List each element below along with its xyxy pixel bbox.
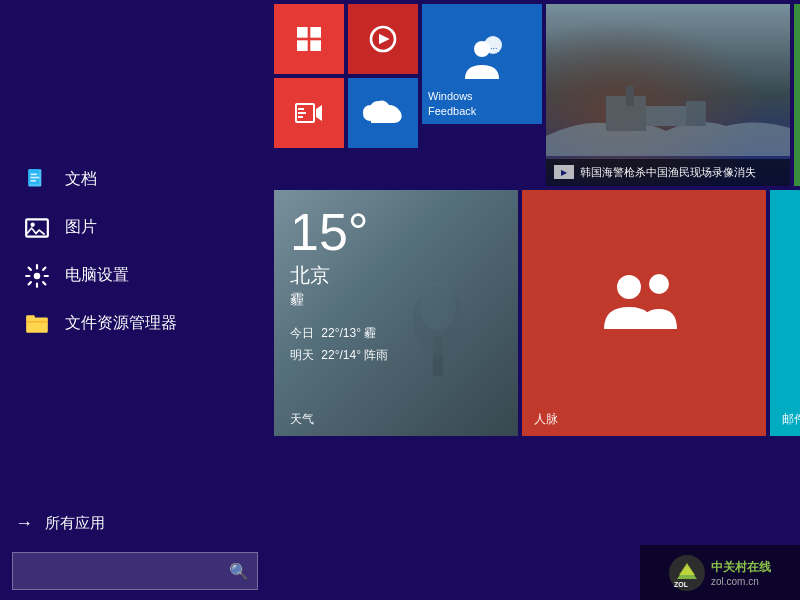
tile-people[interactable]: 人脉 — [522, 190, 766, 436]
weather-city: 北京 — [290, 262, 502, 289]
tile-start[interactable] — [274, 4, 344, 74]
svg-rect-10 — [297, 27, 308, 38]
small-tiles-col — [274, 4, 418, 186]
pictures-icon — [23, 214, 51, 242]
all-apps-label: 所有应用 — [45, 514, 105, 533]
svg-rect-8 — [26, 317, 48, 332]
sidebar: 文档 图片 电脑设置 — [0, 0, 270, 600]
tile-weather[interactable]: 15° 北京 霾 今日 22°/13° 霾 明天 22°/14° 阵雨 天气 — [274, 190, 518, 436]
sidebar-item-settings[interactable]: 电脑设置 — [15, 256, 250, 296]
sidebar-item-documents[interactable]: 文档 — [15, 160, 250, 200]
svg-rect-9 — [26, 315, 35, 319]
zol-text: 中关村在线 zol.com.cn — [711, 559, 771, 587]
tile-video[interactable] — [274, 78, 344, 148]
svg-rect-13 — [310, 40, 321, 51]
zol-logo-icon: ZOL — [669, 555, 705, 591]
sidebar-item-explorer[interactable]: 文件资源管理器 — [15, 304, 250, 344]
news-title: 韩国海警枪杀中国渔民现场录像消失 — [580, 165, 756, 180]
weather-condition: 霾 — [290, 291, 502, 309]
sidebar-items: 文档 图片 电脑设置 — [0, 0, 270, 503]
feedback-label: Windows Feedback — [428, 89, 536, 118]
sidebar-item-pictures[interactable]: 图片 — [15, 208, 250, 248]
svg-rect-2 — [31, 173, 38, 175]
today-forecast: 今日 22°/13° 霾 — [290, 323, 502, 345]
weather-footer: 天气 — [290, 411, 314, 428]
svg-text:ZOL: ZOL — [674, 581, 689, 588]
tile-green-strip[interactable] — [794, 4, 800, 186]
svg-rect-16 — [298, 108, 304, 110]
people-label: 人脉 — [534, 411, 558, 428]
svg-rect-25 — [686, 101, 706, 126]
weather-content: 15° 北京 霾 今日 22°/13° 霾 明天 22°/14° 阵雨 — [274, 190, 518, 374]
svg-point-6 — [31, 222, 35, 226]
bottom-small-row — [274, 78, 418, 148]
svg-rect-23 — [626, 86, 634, 106]
tile-feedback[interactable]: ... Windows Feedback — [422, 4, 542, 124]
tiles-area: ... Windows Feedback ▶ 韩国海警枪杀中国渔民现场录像消失 — [270, 0, 800, 600]
weather-temperature: 15° — [290, 206, 502, 258]
pictures-label: 图片 — [65, 217, 97, 238]
svg-rect-11 — [310, 27, 321, 38]
svg-point-7 — [34, 272, 41, 279]
news-icon: ▶ — [554, 165, 574, 179]
search-icon[interactable]: 🔍 — [229, 562, 249, 581]
news-title-bar: ▶ 韩国海警枪杀中国渔民现场录像消失 — [554, 165, 782, 180]
settings-icon — [23, 262, 51, 290]
svg-rect-17 — [298, 112, 306, 114]
tile-media[interactable] — [348, 4, 418, 74]
people-icon — [599, 268, 689, 350]
tile-mail[interactable]: 邮件 — [770, 190, 800, 436]
top-row: ... Windows Feedback ▶ 韩国海警枪杀中国渔民现场录像消失 — [274, 4, 796, 186]
explorer-label: 文件资源管理器 — [65, 313, 177, 334]
explorer-icon — [23, 310, 51, 338]
feedback-person-icon: ... — [457, 35, 507, 94]
documents-icon — [23, 166, 51, 194]
svg-rect-4 — [31, 180, 36, 182]
zol-watermark: ZOL 中关村在线 zol.com.cn — [640, 545, 800, 600]
search-input[interactable] — [21, 563, 229, 579]
svg-rect-18 — [298, 116, 303, 118]
mail-label: 邮件 — [782, 411, 800, 428]
svg-point-30 — [649, 274, 669, 294]
svg-point-29 — [617, 275, 641, 299]
all-apps[interactable]: → 所有应用 — [0, 503, 270, 544]
bottom-row: 15° 北京 霾 今日 22°/13° 霾 明天 22°/14° 阵雨 天气 — [274, 190, 796, 436]
tile-onedrive[interactable] — [348, 78, 418, 148]
tomorrow-forecast: 明天 22°/14° 阵雨 — [290, 345, 502, 367]
svg-text:...: ... — [490, 41, 498, 51]
top-small-row — [274, 4, 418, 74]
settings-label: 电脑设置 — [65, 265, 129, 286]
svg-rect-12 — [297, 40, 308, 51]
tile-news[interactable]: ▶ 韩国海警枪杀中国渔民现场录像消失 — [546, 4, 790, 186]
all-apps-arrow-icon: → — [15, 513, 33, 534]
documents-label: 文档 — [65, 169, 97, 190]
search-bar: 🔍 — [12, 552, 258, 590]
weather-forecast: 今日 22°/13° 霾 明天 22°/14° 阵雨 — [290, 323, 502, 366]
svg-rect-3 — [31, 176, 40, 178]
news-overlay: ▶ 韩国海警枪杀中国渔民现场录像消失 — [546, 159, 790, 186]
